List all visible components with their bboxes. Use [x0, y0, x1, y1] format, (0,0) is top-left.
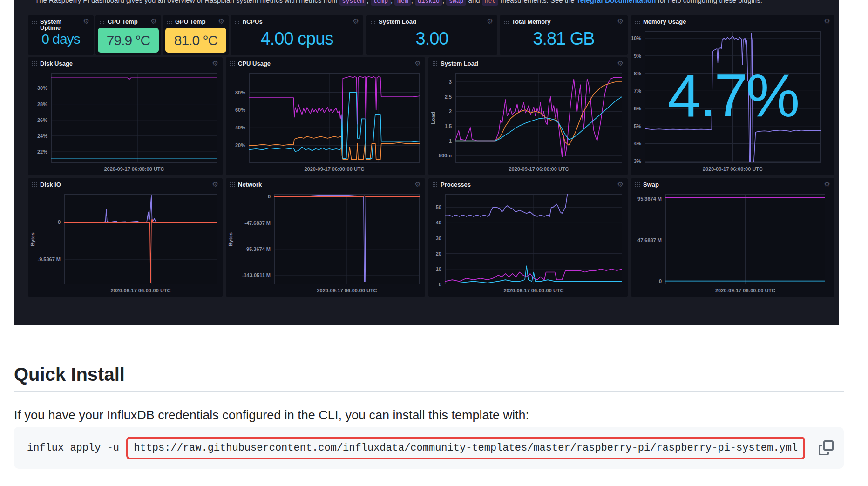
drag-handle-icon[interactable] — [635, 19, 640, 24]
gear-icon[interactable]: ⚙ — [212, 182, 218, 188]
panel-header: Disk Usage⚙ — [28, 57, 223, 69]
panel-disk-io: Disk IO⚙0-9.5367 MBytes2020-09-17 06:00:… — [28, 178, 223, 297]
y-tick-label: 1.5 — [436, 123, 452, 129]
note-chip-net: net — [482, 0, 498, 6]
stat-chip: 81.0 °C — [165, 28, 226, 53]
drag-handle-icon[interactable] — [167, 19, 172, 24]
stat-chip: 79.9 °C — [98, 28, 159, 53]
note-prefix: The Raspberry Pi dashboard gives you an … — [35, 0, 337, 4]
panel-header: Processes⚙ — [428, 178, 628, 190]
chart-plot — [51, 73, 217, 163]
drag-handle-icon[interactable] — [432, 182, 437, 187]
code-url: https://raw.githubusercontent.com/influx… — [134, 442, 798, 454]
dashboard-note: The Raspberry Pi dashboard gives you an … — [35, 0, 825, 6]
gear-icon[interactable]: ⚙ — [415, 61, 421, 67]
y-axis-label: Bytes — [30, 194, 35, 284]
chart-plot — [64, 194, 217, 284]
gear-icon[interactable]: ⚙ — [151, 19, 157, 25]
panel-system-load-stat: System Load⚙3.00 — [366, 15, 497, 55]
y-tick-label: 0 — [35, 219, 61, 225]
series-root-used — [51, 78, 217, 80]
copy-button[interactable] — [818, 439, 834, 456]
code-command: influx apply -u https://raw.githubuserco… — [27, 437, 805, 459]
gear-icon[interactable]: ⚙ — [617, 182, 624, 188]
y-tick-label: 10 — [428, 266, 441, 272]
telegraf-documentation-link[interactable]: Telegraf Documentation — [576, 0, 656, 4]
panel-network: Network⚙0-47.6837 M-95.3674 M-143.0511 M… — [226, 178, 425, 297]
gear-icon[interactable]: ⚙ — [353, 19, 359, 25]
drag-handle-icon[interactable] — [32, 61, 37, 66]
x-axis-date-label: 2020-09-17 06:00:00 UTC — [51, 166, 217, 172]
panel-cpu-usage: CPU Usage⚙80%60%40%20%2020-09-17 06:00:0… — [226, 57, 425, 175]
y-tick-label: -47.6837 M — [233, 220, 271, 226]
series-usage-system — [249, 136, 420, 159]
gear-icon[interactable]: ⚙ — [487, 19, 493, 25]
y-tick-label: 6% — [631, 105, 641, 112]
gear-icon[interactable]: ⚙ — [218, 19, 224, 25]
note-chips: system, temp, mem, diskio, swap and net — [337, 0, 498, 4]
y-axis-label: Load — [430, 73, 436, 163]
panel-title: Disk IO — [40, 182, 61, 188]
note-chip-temp: temp — [371, 0, 391, 6]
y-tick-label: 50 — [428, 204, 441, 210]
panel-gpu-temp: GPU Temp⚙81.0 °C — [163, 15, 229, 55]
y-tick-label: 0 — [631, 278, 662, 284]
panel-ncpus: nCPUs⚙4.00 cpus — [231, 15, 363, 55]
gear-icon[interactable]: ⚙ — [83, 19, 89, 25]
drag-handle-icon[interactable] — [32, 182, 37, 187]
gear-icon[interactable]: ⚙ — [824, 182, 830, 188]
y-tick-label: 28% — [28, 101, 47, 108]
gear-icon[interactable]: ⚙ — [212, 61, 218, 67]
drag-handle-icon[interactable] — [230, 182, 235, 187]
series-write-bytes — [64, 219, 217, 283]
drag-handle-icon[interactable] — [503, 19, 509, 24]
x-axis-date-label: 2020-09-17 06:00:00 UTC — [249, 166, 420, 172]
panel-header: CPU Usage⚙ — [226, 57, 425, 69]
drag-handle-icon[interactable] — [99, 19, 104, 24]
drag-handle-icon[interactable] — [234, 19, 239, 24]
panel-header: Memory Usage⚙ — [631, 15, 834, 27]
y-tick-label: 22% — [28, 148, 47, 155]
panel-header: Swap⚙ — [631, 178, 834, 190]
note-suffix: for help configuring these plugins. — [656, 0, 762, 4]
gear-icon[interactable]: ⚙ — [617, 61, 624, 67]
y-tick-label: 4% — [631, 140, 641, 147]
code-prefix: influx apply -u — [27, 442, 125, 454]
y-tick-label: 7% — [631, 88, 641, 94]
code-block: influx apply -u https://raw.githubuserco… — [14, 427, 844, 469]
panel-header: Disk IO⚙ — [28, 178, 223, 190]
note-chip-swap: swap — [446, 0, 466, 6]
gear-icon[interactable]: ⚙ — [415, 182, 421, 188]
gear-icon[interactable]: ⚙ — [617, 19, 624, 25]
note-middle: measurements. See the — [498, 0, 576, 4]
stat-value: 0 days — [30, 25, 92, 53]
readme-page: The Raspberry Pi dashboard gives you an … — [0, 0, 868, 486]
panel-header: Network⚙ — [226, 178, 425, 190]
drag-handle-icon[interactable] — [635, 182, 640, 187]
drag-handle-icon[interactable] — [32, 19, 37, 24]
y-tick-label: -95.3674 M — [233, 246, 271, 252]
gear-icon[interactable]: ⚙ — [824, 19, 830, 25]
drag-handle-icon[interactable] — [432, 61, 437, 66]
panel-title: System Load — [441, 61, 478, 67]
copy-icon — [819, 440, 834, 455]
y-tick-label: 60% — [226, 107, 245, 113]
y-tick-label: 30% — [28, 85, 47, 91]
drag-handle-icon[interactable] — [230, 61, 235, 66]
panel-disk-usage: Disk Usage⚙30%28%26%24%22%2020-09-17 06:… — [28, 57, 223, 175]
y-tick-label: 80% — [226, 89, 245, 96]
panel-title: System Load — [379, 19, 416, 25]
chart-plot — [445, 194, 622, 284]
y-tick-label: 3 — [436, 79, 452, 85]
x-axis-date-label: 2020-09-17 06:00:00 UTC — [445, 288, 622, 293]
y-tick-label: 500m — [436, 152, 452, 159]
panel-header: System Load⚙ — [428, 57, 628, 69]
panel-system-uptime: System Uptime⚙0 days — [28, 15, 94, 55]
y-tick-label: 3% — [631, 158, 641, 164]
y-tick-label: 24% — [28, 133, 47, 139]
drag-handle-icon[interactable] — [370, 19, 375, 24]
url-annotation-box: https://raw.githubusercontent.com/influx… — [126, 437, 805, 459]
panel-header: CPU Temp⚙ — [95, 15, 161, 27]
stat-value: 3.81 GB — [502, 25, 626, 53]
panel-processes: Processes⚙504030201002020-09-17 06:00:00… — [428, 178, 628, 297]
